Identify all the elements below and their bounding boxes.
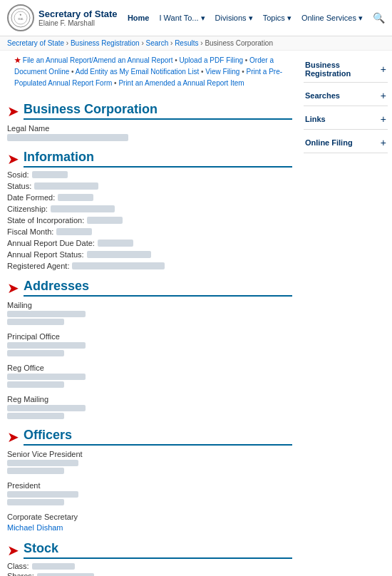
- status-label: Status:: [7, 182, 31, 190]
- address-reg-office: Reg Office: [7, 364, 292, 388]
- sidebar-header-searches[interactable]: Searches +: [304, 86, 388, 106]
- sidebar-links-label: Links: [305, 115, 326, 123]
- state-of-inc-label: State of Incorporation:: [7, 216, 84, 225]
- link-file-annual-report[interactable]: File an Annual Report/Amend an Annual Re…: [23, 56, 173, 64]
- arrow-officers: ➤: [7, 430, 19, 444]
- officer-svp-name: [7, 460, 78, 466]
- stock-shares-1-value: [37, 573, 94, 577]
- svg-text:★: ★: [19, 13, 22, 16]
- link-add-entity[interactable]: Add Entity as My Email Notification List: [76, 68, 199, 76]
- main-layout: ★ File an Annual Report/Amend an Annual …: [0, 51, 392, 576]
- sidebar-header-biz-reg[interactable]: Business Registration +: [304, 56, 388, 82]
- field-state-of-inc: State of Incorporation:: [7, 216, 292, 225]
- annual-report-due-label: Annual Report Due Date:: [7, 239, 95, 247]
- breadcrumb-sos[interactable]: Secretary of State: [7, 39, 64, 47]
- sosid-value: [32, 171, 68, 178]
- citizenship-value: [51, 205, 115, 212]
- sidebar-header-online-filing[interactable]: Online Filing +: [304, 133, 388, 153]
- address-reg-mailing: Reg Mailing: [7, 395, 292, 419]
- annual-report-status-label: Annual Report Status:: [7, 250, 84, 259]
- star-icon: ★: [14, 56, 21, 64]
- address-mailing-line1: [7, 311, 86, 317]
- state-of-inc-value: [87, 217, 123, 224]
- link-upload-pdf[interactable]: Upload a PDF Filing: [180, 56, 243, 64]
- right-sidebar: Business Registration + Searches + Links…: [299, 51, 392, 576]
- link-print-amended[interactable]: Print an Amended a Annual Report Item: [118, 79, 244, 87]
- left-content: ★ File an Annual Report/Amend an Annual …: [0, 51, 299, 576]
- business-corporation-title: Business Corporation: [24, 102, 292, 120]
- field-citizenship: Citizenship:: [7, 205, 292, 213]
- stock-title: Stock: [24, 541, 292, 559]
- field-sosid: Sosid:: [7, 170, 292, 179]
- address-reg-office-line1: [7, 374, 86, 380]
- officer-president-title: President: [7, 481, 292, 490]
- officers-section-header: ➤ Officers: [7, 428, 292, 446]
- legal-name-value: [7, 134, 128, 141]
- address-principal-label: Principal Office: [7, 332, 292, 341]
- stock-section-header: ➤ Stock: [7, 541, 292, 559]
- address-reg-office-line2: [7, 381, 64, 388]
- legal-name-label: Legal Name: [7, 124, 292, 133]
- arrow-addresses: ➤: [7, 281, 19, 295]
- nav-home[interactable]: Home: [128, 14, 150, 22]
- link-view-filing[interactable]: View Filing: [205, 68, 239, 76]
- citizenship-label: Citizenship:: [7, 205, 48, 213]
- officer-svp: Senior Vice President: [7, 450, 292, 474]
- address-reg-mailing-line2: [7, 413, 64, 419]
- nav-divisions[interactable]: Divisions ▾: [215, 14, 253, 23]
- sidebar-online-filing-plus-icon: +: [381, 137, 386, 148]
- org-subtitle: Elaine F. Marshall: [38, 19, 118, 27]
- sidebar-section-searches: Searches +: [304, 86, 388, 106]
- address-principal: Principal Office: [7, 332, 292, 356]
- addresses-content: Mailing Principal Office Reg Office Reg …: [7, 301, 292, 419]
- nav-i-want-to[interactable]: I Want To... ▾: [159, 14, 205, 23]
- sosid-label: Sosid:: [7, 170, 29, 179]
- main-nav: Home I Want To... ▾ Divisions ▾ Topics ▾…: [128, 12, 385, 24]
- header-title-block: Secretary of State Elaine F. Marshall: [38, 9, 118, 27]
- sidebar-biz-reg-label: Business Registration: [305, 61, 381, 78]
- breadcrumb-results[interactable]: Results: [175, 39, 198, 47]
- stock-shares-1: Shares:: [7, 572, 292, 576]
- arrow-business-corp: ➤: [7, 104, 19, 118]
- address-principal-line1: [7, 342, 86, 349]
- field-date-formed: Date Formed:: [7, 193, 292, 202]
- sidebar-section-online-filing: Online Filing +: [304, 133, 388, 153]
- nav-topics[interactable]: Topics ▾: [263, 14, 292, 23]
- breadcrumb: Secretary of State › Business Registrati…: [0, 36, 392, 51]
- sidebar-section-biz-reg: Business Registration +: [304, 56, 388, 83]
- officers-title: Officers: [24, 428, 292, 446]
- address-principal-line2: [7, 350, 64, 356]
- information-section-header: ➤ Information: [7, 150, 292, 168]
- sidebar-header-links[interactable]: Links +: [304, 109, 388, 129]
- address-reg-mailing-label: Reg Mailing: [7, 395, 292, 403]
- registered-agent-value: [72, 262, 165, 269]
- fiscal-month-label: Fiscal Month:: [7, 227, 53, 236]
- nav-online-services[interactable]: Online Services ▾: [301, 14, 363, 23]
- sidebar-section-links: Links +: [304, 109, 388, 130]
- breadcrumb-search[interactable]: Search: [146, 39, 169, 47]
- officer-corp-secretary-link-disham[interactable]: Disham: [36, 523, 63, 532]
- logo-area: ★ SEAL Secretary of State Elaine F. Mars…: [7, 4, 118, 31]
- field-status: Status:: [7, 182, 292, 190]
- breadcrumb-biz-reg[interactable]: Business Registration: [71, 39, 140, 47]
- status-value: [34, 182, 98, 190]
- org-title: Secretary of State: [38, 9, 118, 19]
- address-reg-office-label: Reg Office: [7, 364, 292, 372]
- search-icon[interactable]: 🔍: [373, 12, 385, 24]
- field-annual-report-status: Annual Report Status:: [7, 250, 292, 259]
- annual-report-due-value: [98, 240, 133, 247]
- officer-corp-secretary-link-michael[interactable]: Michael: [7, 523, 34, 532]
- officer-president: President: [7, 481, 292, 505]
- sidebar-online-filing-label: Online Filing: [305, 138, 353, 147]
- header: ★ SEAL Secretary of State Elaine F. Mars…: [0, 0, 392, 36]
- sidebar-biz-reg-plus-icon: +: [381, 63, 386, 75]
- fiscal-month-value: [56, 228, 92, 235]
- registered-agent-label: Registered Agent:: [7, 262, 69, 270]
- stock-class-1-label: Class:: [7, 562, 29, 570]
- date-formed-value: [58, 194, 93, 201]
- officers-content: Senior Vice President President Corporat…: [7, 450, 292, 533]
- business-corporation-section-header: ➤ Business Corporation: [7, 102, 292, 120]
- sidebar-searches-label: Searches: [305, 91, 340, 100]
- officer-president-name2: [7, 499, 64, 505]
- stock-shares-1-label: Shares:: [7, 572, 34, 576]
